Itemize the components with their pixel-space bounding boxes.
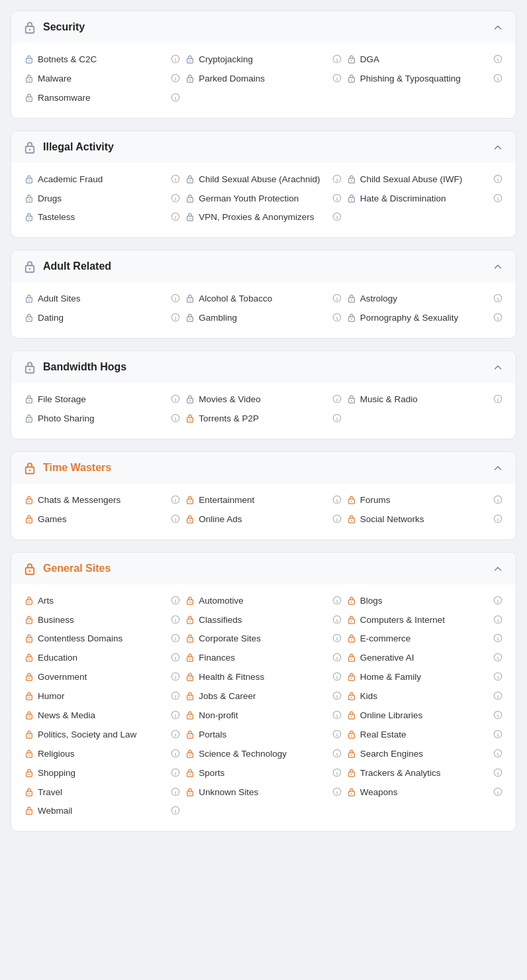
svg-text:i: i: [497, 57, 499, 63]
info-icon[interactable]: i: [332, 710, 342, 720]
section-header-adult-related[interactable]: Adult Related: [11, 250, 516, 282]
section-header-general-sites[interactable]: General Sites: [11, 553, 516, 584]
info-icon[interactable]: i: [493, 54, 503, 64]
info-icon[interactable]: i: [171, 294, 180, 303]
section-header-illegal-activity[interactable]: Illegal Activity: [11, 131, 516, 163]
item-label: Generative AI: [360, 652, 489, 665]
svg-text:i: i: [497, 789, 499, 795]
info-icon[interactable]: i: [171, 615, 180, 624]
info-icon[interactable]: i: [171, 394, 180, 404]
info-icon[interactable]: i: [171, 806, 180, 815]
svg-point-57: [28, 218, 30, 219]
svg-text:i: i: [497, 315, 499, 321]
info-icon[interactable]: i: [171, 710, 180, 720]
info-icon[interactable]: i: [332, 495, 342, 504]
list-item: Gambling i: [185, 312, 341, 325]
info-icon[interactable]: i: [171, 749, 180, 758]
svg-text:i: i: [336, 655, 338, 661]
info-icon[interactable]: i: [493, 730, 503, 739]
info-icon[interactable]: i: [332, 212, 342, 221]
item-label: Government: [38, 671, 167, 684]
info-icon[interactable]: i: [332, 294, 342, 303]
info-icon[interactable]: i: [493, 294, 503, 303]
info-icon[interactable]: i: [171, 413, 180, 423]
info-icon[interactable]: i: [493, 691, 503, 700]
item-label: Webmail: [38, 805, 167, 818]
section-header-bandwidth-hogs[interactable]: Bandwidth Hogs: [11, 351, 516, 383]
info-icon[interactable]: i: [332, 313, 342, 322]
info-icon[interactable]: i: [332, 514, 342, 523]
info-icon[interactable]: i: [332, 74, 342, 83]
info-icon[interactable]: i: [171, 596, 180, 605]
svg-point-201: [28, 697, 30, 698]
info-icon[interactable]: i: [332, 787, 342, 796]
info-icon[interactable]: i: [493, 596, 503, 605]
info-icon[interactable]: i: [332, 394, 342, 404]
list-item: E-commerce i: [347, 633, 503, 645]
svg-text:i: i: [175, 497, 176, 503]
info-icon[interactable]: i: [171, 93, 180, 102]
lock-icon: [24, 768, 34, 777]
info-icon[interactable]: i: [171, 691, 180, 700]
info-icon[interactable]: i: [332, 193, 342, 203]
info-icon[interactable]: i: [493, 653, 503, 662]
svg-text:i: i: [336, 176, 338, 182]
item-label: Health & Fitness: [199, 671, 328, 684]
info-icon[interactable]: i: [171, 495, 180, 504]
info-icon[interactable]: i: [493, 174, 503, 184]
info-icon[interactable]: i: [171, 212, 180, 221]
section-header-time-wasters[interactable]: Time Wasters: [11, 452, 516, 484]
info-icon[interactable]: i: [493, 672, 503, 681]
info-icon[interactable]: i: [493, 615, 503, 624]
info-icon[interactable]: i: [493, 749, 503, 758]
item-label: Games: [38, 514, 167, 526]
list-item: Religious i: [24, 748, 180, 761]
list-item: Kids i: [347, 690, 503, 703]
info-icon[interactable]: i: [332, 672, 342, 681]
info-icon[interactable]: i: [332, 174, 342, 184]
svg-text:i: i: [175, 516, 176, 522]
info-icon[interactable]: i: [332, 413, 342, 423]
info-icon[interactable]: i: [171, 54, 180, 64]
section-header-security[interactable]: Security: [11, 11, 516, 43]
info-icon[interactable]: i: [332, 768, 342, 777]
info-icon[interactable]: i: [171, 768, 180, 777]
info-icon[interactable]: i: [171, 193, 180, 203]
info-icon[interactable]: i: [171, 672, 180, 681]
info-icon[interactable]: i: [332, 653, 342, 662]
list-item: Politics, Society and Law i: [24, 729, 180, 741]
info-icon[interactable]: i: [171, 787, 180, 796]
info-icon[interactable]: i: [493, 514, 503, 523]
info-icon[interactable]: i: [493, 495, 503, 504]
info-icon[interactable]: i: [332, 633, 342, 643]
item-label: Gambling: [199, 312, 328, 325]
item-label: Drugs: [38, 193, 167, 205]
svg-point-61: [189, 218, 191, 219]
info-icon[interactable]: i: [171, 514, 180, 523]
info-icon[interactable]: i: [493, 768, 503, 777]
info-icon[interactable]: i: [171, 174, 180, 184]
info-icon[interactable]: i: [171, 730, 180, 739]
info-icon[interactable]: i: [493, 313, 503, 322]
lock-icon: [347, 730, 356, 739]
section-header-left: Adult Related: [23, 260, 111, 273]
info-icon[interactable]: i: [332, 596, 342, 605]
info-icon[interactable]: i: [171, 633, 180, 643]
info-icon[interactable]: i: [332, 730, 342, 739]
info-icon[interactable]: i: [493, 710, 503, 720]
svg-point-161: [351, 620, 352, 622]
lock-icon: [347, 749, 356, 758]
info-icon[interactable]: i: [332, 54, 342, 64]
info-icon[interactable]: i: [171, 74, 180, 83]
info-icon[interactable]: i: [332, 691, 342, 700]
info-icon[interactable]: i: [493, 193, 503, 203]
list-item: Classifieds i: [185, 614, 341, 627]
info-icon[interactable]: i: [171, 653, 180, 662]
info-icon[interactable]: i: [493, 787, 503, 796]
info-icon[interactable]: i: [332, 749, 342, 758]
info-icon[interactable]: i: [493, 394, 503, 404]
info-icon[interactable]: i: [493, 633, 503, 643]
info-icon[interactable]: i: [493, 74, 503, 83]
info-icon[interactable]: i: [171, 313, 180, 322]
info-icon[interactable]: i: [332, 615, 342, 624]
